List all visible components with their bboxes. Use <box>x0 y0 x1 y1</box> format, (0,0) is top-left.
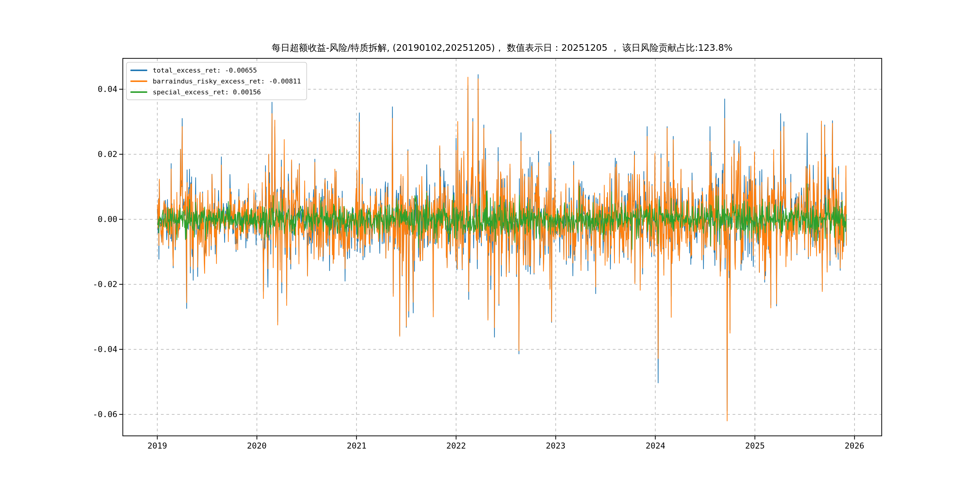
legend-line-swatch <box>130 80 147 82</box>
x-tick-label: 2019 <box>139 441 175 450</box>
x-tick-label: 2022 <box>438 441 474 450</box>
x-tick-label: 2020 <box>239 441 275 450</box>
legend-item-total: total_excess_ret: -0.00655 <box>130 66 301 75</box>
x-tick-label: 2024 <box>637 441 674 450</box>
y-tick-label: 0.04 <box>69 84 117 94</box>
x-tick-label: 2025 <box>737 441 773 450</box>
x-tick-label: 2023 <box>538 441 574 450</box>
x-tick-label: 2021 <box>339 441 375 450</box>
legend-label: barraindus_risky_excess_ret: -0.00811 <box>153 78 301 85</box>
y-tick-label: 0.02 <box>69 150 117 159</box>
legend-item-risky: barraindus_risky_excess_ret: -0.00811 <box>130 76 301 86</box>
chart-title: 每日超额收益-风险/特质拆解, (20190102,20251205)， 数值表… <box>272 42 733 54</box>
y-tick-label: -0.04 <box>69 345 117 354</box>
legend: total_excess_ret: -0.00655 barraindus_ri… <box>126 62 307 100</box>
legend-label: special_excess_ret: 0.00156 <box>153 88 261 96</box>
legend-item-special: special_excess_ret: 0.00156 <box>130 88 301 97</box>
figure: 每日超额收益-风险/特质拆解, (20190102,20251205)， 数值表… <box>0 0 980 490</box>
legend-label: total_excess_ret: -0.00655 <box>153 67 257 74</box>
y-tick-label: -0.06 <box>69 410 117 419</box>
legend-line-swatch <box>130 70 147 71</box>
legend-line-swatch <box>130 91 147 93</box>
y-tick-label: 0.00 <box>69 215 117 224</box>
x-tick-label: 2026 <box>836 441 873 450</box>
y-tick-label: -0.02 <box>69 280 117 289</box>
